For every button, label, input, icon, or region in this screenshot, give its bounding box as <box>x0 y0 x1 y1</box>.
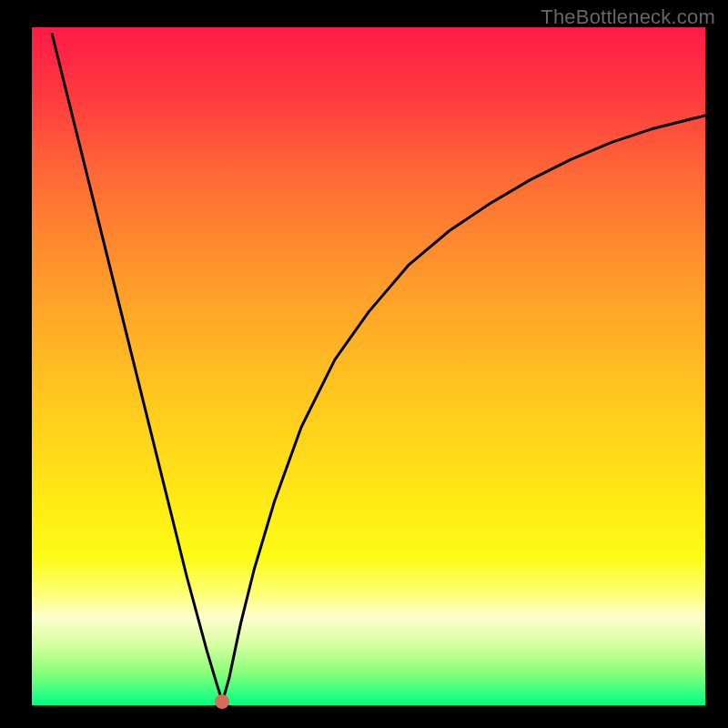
watermark-text: TheBottleneck.com <box>541 5 715 29</box>
curve-path <box>52 35 705 703</box>
chart-frame: TheBottleneck.com <box>0 0 728 728</box>
minimum-point-marker <box>215 694 229 709</box>
bottleneck-curve <box>32 27 705 705</box>
